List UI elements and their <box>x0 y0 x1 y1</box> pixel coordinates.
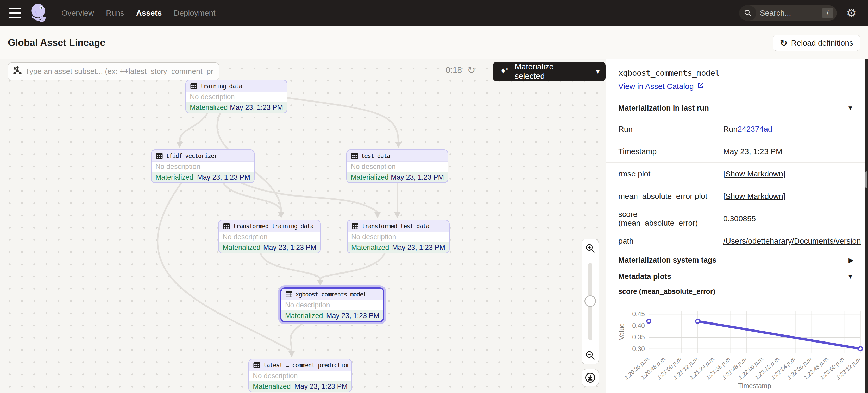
run-id-link[interactable]: 242374ad <box>738 125 772 133</box>
metadata-row-rmse-plot: rmse plot[Show Markdown] <box>606 163 865 185</box>
materialization-time: May 23, 1:23 PM <box>294 383 347 391</box>
refresh-icon[interactable]: ↻ <box>467 65 475 75</box>
zoom-controls <box>582 239 599 364</box>
asset-name: transformed_test_data <box>362 223 429 230</box>
asset-filter-box <box>8 62 219 80</box>
svg-text:Timestamp: Timestamp <box>738 382 771 390</box>
status-badge: Materialized <box>351 173 389 182</box>
metadata-row-mean-absolute-error-plot: mean_absolute_error plot[Show Markdown] <box>606 185 865 207</box>
panel-asset-title: xgboost_comments_model <box>618 68 852 77</box>
reload-definitions-button[interactable]: ↻ Reload definitions <box>773 35 860 51</box>
section-materialization-system-tags[interactable]: Materialization system tags ▶ <box>606 252 865 268</box>
asset-node-xgboost_comments_model[interactable]: xgboost_comments_modelNo descriptionMate… <box>280 287 384 322</box>
asset-details-panel: xgboost_comments_model View in Asset Cat… <box>606 59 865 393</box>
materialization-time: May 23, 1:23 PM <box>263 243 316 252</box>
asset-description: No description <box>186 92 287 102</box>
svg-text:0.40: 0.40 <box>632 322 645 329</box>
row-value: 0.300855 <box>716 207 865 230</box>
asset-node-training_data[interactable]: training_dataNo descriptionMaterializedM… <box>185 79 287 113</box>
metadata-row-score-mean-absolute-error-: score (mean_absolute_error)0.300855 <box>606 207 865 230</box>
section-materialization-in-last-run[interactable]: Materialization in last run ▼ <box>606 98 865 118</box>
asset-subset-input[interactable] <box>25 67 213 76</box>
top-navbar: OverviewRunsAssetsDeployment / ⚙ <box>0 0 868 26</box>
status-badge: Materialized <box>223 243 260 252</box>
nav-item-assets[interactable]: Assets <box>136 9 162 18</box>
nav-item-overview[interactable]: Overview <box>61 9 94 18</box>
right-edge-window-strip <box>865 59 868 393</box>
materialization-time: May 23, 1:23 PM <box>197 173 250 182</box>
asset-name: latest_…_comment_predictions <box>263 362 347 368</box>
asset-name: transformed_training_data <box>233 223 313 230</box>
row-value: Run 242374ad <box>716 118 865 140</box>
asset-graph-icon <box>13 66 22 76</box>
asset-description: No description <box>347 232 449 242</box>
materialization-time: May 23, 1:23 PM <box>326 312 379 320</box>
row-label: Run <box>606 118 716 140</box>
row-label: path <box>606 230 716 252</box>
refresh-timer: 0:18 <box>446 65 462 75</box>
zoom-in-button[interactable] <box>582 239 598 257</box>
svg-text:Value: Value <box>618 323 626 340</box>
asset-description: No description <box>219 232 320 242</box>
materialization-time: May 23, 1:23 PM <box>391 173 444 182</box>
svg-text:0.45: 0.45 <box>632 310 645 318</box>
materialization-time: May 23, 1:23 PM <box>230 104 283 112</box>
metadata-row-run: RunRun 242374ad <box>606 118 865 140</box>
table-icon <box>190 82 197 90</box>
materialize-selected-button[interactable]: ✦✦ Materialize selected ▼ <box>493 62 606 81</box>
asset-node-transformed_test_data[interactable]: transformed_test_dataNo descriptionMater… <box>347 220 450 254</box>
materialize-dropdown-caret[interactable]: ▼ <box>590 62 606 81</box>
asset-description: No description <box>152 162 254 172</box>
view-in-asset-catalog-link[interactable]: View in Asset Catalog <box>618 82 852 91</box>
zoom-slider-handle[interactable] <box>585 295 596 307</box>
row-value: [Show Markdown] <box>716 185 865 207</box>
search-shortcut-badge: / <box>822 8 833 18</box>
metadata-row-timestamp: TimestampMay 23, 1:23 PM <box>606 140 865 163</box>
external-link-icon <box>697 82 704 91</box>
reload-icon: ↻ <box>780 38 787 48</box>
search-icon <box>739 5 756 21</box>
row-label: score (mean_absolute_error) <box>606 207 716 230</box>
asset-lineage-graph[interactable]: training_dataNo descriptionMaterializedM… <box>0 59 606 393</box>
asset-node-tfidf_vectorizer[interactable]: tfidf_vectorizerNo descriptionMaterializ… <box>151 150 255 183</box>
chevron-right-icon: ▶ <box>849 257 854 264</box>
row-value: [Show Markdown] <box>716 163 865 185</box>
background-scrollbar-thumb <box>865 171 867 188</box>
path-link[interactable]: /Users/odetteharary/Documents/version <box>723 237 861 245</box>
asset-description: No description <box>281 300 383 310</box>
asset-node-test_data[interactable]: test_dataNo descriptionMaterializedMay 2… <box>346 150 448 183</box>
show-markdown-link[interactable]: [Show Markdown] <box>723 169 785 178</box>
page-title: Global Asset Lineage <box>8 37 105 48</box>
table-icon <box>155 152 163 160</box>
search-input[interactable] <box>760 9 812 18</box>
table-icon <box>223 222 230 230</box>
metadata-chart-title: score (mean_absolute_error) <box>606 285 865 298</box>
nav-item-runs[interactable]: Runs <box>106 9 124 18</box>
table-icon <box>253 361 260 369</box>
chevron-down-icon: ▼ <box>847 104 854 112</box>
asset-node-transformed_training_data[interactable]: transformed_training_dataNo descriptionM… <box>218 220 321 254</box>
asset-name: training_data <box>200 83 242 90</box>
score-chart: 0.450.400.350.301:20:36 p.m.1:20:48 p.m.… <box>609 298 865 393</box>
nav-item-deployment[interactable]: Deployment <box>174 9 215 18</box>
row-value: /Users/odetteharary/Documents/version <box>716 230 865 252</box>
asset-name: tfidf_vectorizer <box>166 153 217 159</box>
dagster-logo[interactable] <box>28 2 50 24</box>
section-metadata-plots[interactable]: Metadata plots ▼ <box>606 268 865 285</box>
gear-icon[interactable]: ⚙ <box>846 7 857 19</box>
asset-node-latest_comment_predictions[interactable]: latest_…_comment_predictionsNo descripti… <box>248 359 352 392</box>
table-icon <box>285 290 293 298</box>
zoom-out-button[interactable] <box>582 346 598 364</box>
asset-description: No description <box>249 371 351 381</box>
metadata-row-path: path/Users/odetteharary/Documents/versio… <box>606 230 865 252</box>
chevron-down-icon: ▼ <box>847 273 854 280</box>
svg-text:0.30: 0.30 <box>632 345 645 352</box>
materialization-time: May 23, 1:23 PM <box>392 243 445 252</box>
status-badge: Materialized <box>253 383 291 391</box>
row-label: mean_absolute_error plot <box>606 185 716 207</box>
sparkle-icon: ✦✦ <box>500 66 510 76</box>
show-markdown-link[interactable]: [Show Markdown] <box>723 192 785 201</box>
menu-icon[interactable] <box>9 8 21 18</box>
search-box[interactable]: / <box>739 5 837 21</box>
download-image-button[interactable] <box>582 369 599 386</box>
